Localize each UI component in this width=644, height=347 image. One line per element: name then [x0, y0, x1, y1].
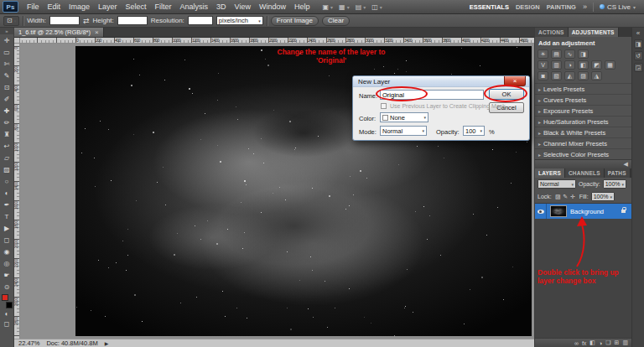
move-tool[interactable]: ✛ — [1, 34, 13, 46]
gradient-tool[interactable]: ▨ — [1, 163, 13, 175]
view-extras-icon[interactable]: ▦ — [337, 3, 347, 11]
screen-mode-icon[interactable]: ◫ — [370, 3, 380, 11]
tab-paths[interactable]: PATHS — [605, 168, 631, 178]
menu-3d[interactable]: 3D — [212, 3, 231, 11]
masks-panel-icon[interactable]: ◨ — [634, 39, 643, 49]
front-image-button[interactable]: Front Image — [271, 16, 319, 26]
arrange-documents-icon[interactable]: ▤ — [354, 3, 364, 11]
visibility-toggle[interactable] — [535, 204, 547, 219]
type-tool[interactable]: T — [1, 210, 13, 222]
preset-selective-color-presets[interactable]: ▸Selective Color Presets — [535, 148, 631, 159]
resolution-input[interactable] — [188, 16, 213, 25]
clear-button[interactable]: Clear — [322, 16, 350, 26]
color-balance-icon[interactable]: ◑ — [564, 60, 575, 70]
3d-rotate-tool[interactable]: ◉ — [1, 246, 13, 257]
crop-tool[interactable]: ⊡ — [1, 81, 13, 93]
close-icon[interactable]: × — [95, 28, 99, 36]
menu-filter[interactable]: Filter — [151, 3, 176, 11]
link-layers-icon[interactable]: ∞ — [574, 340, 579, 346]
height-input[interactable] — [117, 16, 148, 25]
gradient-map-icon[interactable]: ▨ — [578, 71, 589, 80]
channel-mixer-icon[interactable]: ▦ — [605, 60, 615, 70]
screen-mode-toggle-icon[interactable]: ◻ — [1, 319, 13, 329]
expand-panel-icon[interactable]: ◀ — [624, 161, 628, 168]
invert-icon[interactable]: ◙ — [538, 71, 548, 80]
hand-tool[interactable]: ☛ — [1, 269, 13, 281]
3d-orbit-tool[interactable]: ◎ — [1, 257, 13, 269]
preset-black-white-presets[interactable]: ▸Black & White Presets — [535, 127, 631, 137]
workspace-overflow-icon[interactable]: » — [579, 3, 590, 11]
toolbar-collapse-icon[interactable]: » — [0, 28, 13, 34]
clone-stamp-tool[interactable]: ♜ — [1, 128, 13, 140]
marquee-tool[interactable]: ▭ — [1, 46, 13, 58]
quick-mask-icon[interactable]: ◐ — [1, 308, 13, 319]
workspace-painting[interactable]: PAINTING — [543, 3, 579, 11]
cs-live-button[interactable]: CS Live ▾ — [596, 3, 644, 11]
tab-channels[interactable]: CHANNELS — [565, 168, 605, 178]
brush-tool[interactable]: ✏ — [1, 117, 13, 128]
menu-file[interactable]: File — [23, 3, 44, 11]
color-swatches[interactable] — [1, 294, 13, 308]
tab-actions[interactable]: ACTIONS — [535, 28, 569, 37]
new-layer-icon[interactable]: ⊞ — [615, 339, 620, 346]
mode-select[interactable]: Normal ▾ — [380, 126, 427, 136]
pen-tool[interactable]: ✒ — [1, 199, 13, 210]
tab-adjustments[interactable]: ADJUSTMENTS — [569, 28, 619, 37]
workspace-essentials[interactable]: ESSENTIALS — [466, 3, 512, 11]
tool-preset-picker[interactable]: ⊡ ▾ — [3, 16, 19, 26]
add-mask-icon[interactable]: ◧ — [589, 339, 595, 346]
menu-layer[interactable]: Layer — [94, 3, 122, 11]
chevron-down-icon[interactable]: ▾ — [330, 4, 333, 10]
width-input[interactable] — [49, 16, 80, 25]
zoom-level[interactable]: 22.47% — [18, 339, 39, 347]
workspace-design[interactable]: DESIGN — [512, 3, 543, 11]
lock-position-icon[interactable]: ✛ — [569, 193, 577, 200]
preset-curves-presets[interactable]: ▸Curves Presets — [535, 94, 631, 105]
lock-pixels-icon[interactable]: ✎ — [562, 193, 569, 200]
resolution-unit-select[interactable]: pixels/inch ▾ — [216, 16, 263, 25]
preset-exposure-presets[interactable]: ▸Exposure Presets — [535, 105, 631, 116]
lock-transparency-icon[interactable]: ▨ — [554, 193, 562, 200]
healing-brush-tool[interactable]: ✚ — [1, 105, 13, 117]
chevron-down-icon[interactable]: ▾ — [347, 4, 350, 10]
brightness-contrast-icon[interactable]: ☀ — [538, 49, 548, 59]
expand-dock-icon[interactable]: « — [636, 29, 640, 37]
photoshop-logo-icon[interactable]: Ps — [3, 1, 18, 13]
preset-levels-presets[interactable]: ▸Levels Presets — [535, 83, 631, 94]
blend-mode-select[interactable]: Normal ▾ — [538, 179, 576, 189]
eraser-tool[interactable]: ▱ — [1, 152, 13, 163]
swap-dimensions-icon[interactable]: ⇄ — [83, 17, 90, 25]
eyedropper-tool[interactable]: ✐ — [1, 93, 13, 105]
menu-view[interactable]: View — [231, 3, 255, 11]
photo-filter-icon[interactable]: ◩ — [591, 60, 602, 70]
chevron-down-icon[interactable]: ▾ — [363, 4, 366, 10]
foreground-color-swatch[interactable] — [2, 294, 8, 301]
black-white-icon[interactable]: ◧ — [578, 60, 589, 70]
threshold-icon[interactable]: ◭ — [564, 71, 575, 80]
layer-style-icon[interactable]: fx — [582, 340, 586, 346]
menu-analysis[interactable]: Analysis — [176, 3, 213, 11]
history-panel-icon[interactable]: ↺ — [634, 51, 643, 60]
new-adjustment-layer-icon[interactable]: ◑ — [599, 340, 602, 346]
menu-help[interactable]: Help — [290, 3, 314, 11]
preset-hue-saturation-presets[interactable]: ▸Hue/Saturation Presets — [535, 116, 631, 127]
menu-window[interactable]: Window — [255, 3, 290, 11]
clipping-mask-checkbox[interactable] — [381, 103, 387, 109]
info-panel-icon[interactable]: ◲ — [634, 63, 643, 72]
delete-layer-icon[interactable]: ▥ — [622, 339, 628, 346]
curves-icon[interactable]: ∿ — [564, 49, 575, 59]
new-group-icon[interactable]: ❏ — [605, 339, 610, 346]
shape-tool[interactable]: ◻ — [1, 234, 13, 246]
posterize-icon[interactable]: ▧ — [551, 71, 562, 80]
menu-select[interactable]: Select — [122, 3, 151, 11]
preset-channel-mixer-presets[interactable]: ▸Channel Mixer Presets — [535, 137, 631, 148]
exposure-icon[interactable]: ◨ — [578, 49, 589, 59]
history-brush-tool[interactable]: ↩ — [1, 140, 13, 152]
menu-edit[interactable]: Edit — [44, 3, 65, 11]
tab-layers[interactable]: LAYERS — [535, 168, 565, 178]
dialog-opacity-field[interactable]: 100 ▾ — [463, 126, 485, 136]
lasso-tool[interactable]: ✄ — [1, 58, 13, 70]
document-tab[interactable]: 1_6.tif @ 22.5% (RGB/8*) × — [14, 28, 104, 37]
path-selection-tool[interactable]: ▶ — [1, 222, 13, 234]
opacity-field[interactable]: 100% ▾ — [603, 179, 626, 189]
